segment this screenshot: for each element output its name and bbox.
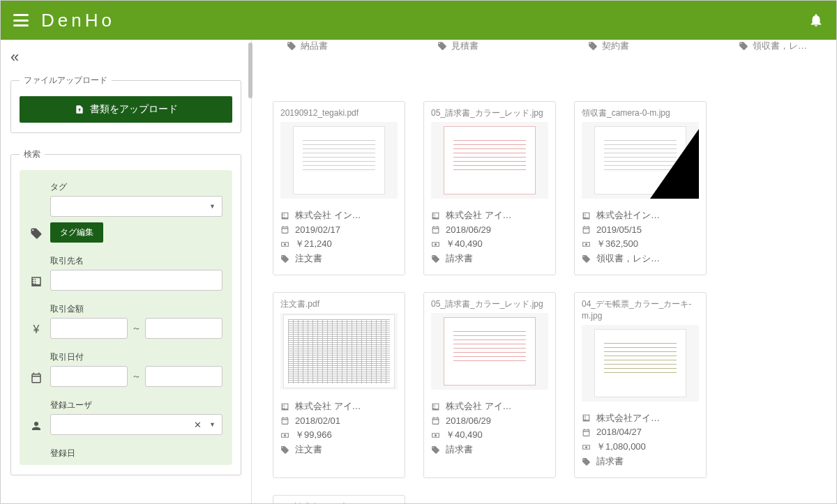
tag-edit-button[interactable]: タグ編集 — [50, 222, 103, 243]
strip-tag: 契約書 — [588, 40, 721, 52]
card-company: 株式会社 アイ… — [446, 208, 512, 223]
top-tag-strip: 納品書見積書契約書領収書，レ… — [273, 40, 822, 52]
card-tag: 請求書 — [446, 443, 473, 457]
card-meta: 株式会社アイ…2018/04/27￥1,080,000請求書 — [575, 407, 706, 478]
strip-tag: 領収書，レ… — [739, 40, 822, 52]
card-thumbnail — [280, 122, 398, 199]
card-filename: 01_請求書サンプル.jpg — [273, 496, 405, 503]
card-thumbnail — [431, 313, 548, 390]
card-amount: ￥1,080,000 — [596, 440, 646, 455]
upload-button[interactable]: 書類をアップロード — [20, 96, 232, 123]
tag-label: タグ — [50, 181, 223, 193]
card-meta: 株式会社 アイ…2018/06/29￥40,490請求書 — [424, 204, 555, 275]
menu-icon[interactable] — [13, 14, 29, 26]
search-legend: 検索 — [20, 148, 45, 160]
card-meta: 株式会社イン…2019/05/15￥362,500領収書，レシ… — [575, 204, 706, 275]
card-tag: 領収書，レシ… — [596, 252, 660, 266]
app-logo: DenHo — [41, 10, 115, 31]
card-tag: 請求書 — [596, 455, 624, 469]
upload-section: ファイルアップロード 書類をアップロード — [10, 75, 241, 133]
card-amount: ￥40,490 — [446, 237, 483, 252]
collapse-sidebar-button[interactable]: « — [10, 45, 241, 75]
tag-select[interactable] — [50, 196, 223, 217]
card-company: 株式会社アイ… — [596, 411, 660, 426]
card-filename: 領収書_camera-0-m.jpg — [575, 102, 706, 122]
date-from-input[interactable] — [50, 366, 128, 387]
range-separator: ～ — [132, 370, 141, 383]
person-icon — [29, 420, 43, 435]
card-thumbnail — [582, 325, 699, 402]
card-amount: ￥40,490 — [446, 428, 483, 443]
card-thumbnail — [431, 122, 548, 199]
file-upload-icon — [75, 104, 84, 115]
strip-tag: 見積書 — [437, 40, 570, 52]
card-meta: 株式会社 アイ…2018/06/29￥40,490請求書 — [424, 395, 555, 466]
document-card[interactable]: 20190912_tegaki.pdf株式会社 イン…2019/02/17￥21… — [273, 101, 405, 275]
card-date: 2018/06/29 — [446, 223, 491, 238]
card-company: 株式会社 アイ… — [295, 399, 361, 414]
card-amount: ￥99,966 — [295, 428, 332, 443]
card-meta: 株式会社 イン…2019/02/17￥21,240注文書 — [273, 204, 405, 275]
upload-button-label: 書類をアップロード — [90, 103, 178, 116]
main-content: 納品書見積書契約書領収書，レ… 20190912_tegaki.pdf株式会社 … — [252, 40, 836, 503]
calendar-icon — [29, 372, 43, 387]
card-date: 2019/05/15 — [596, 223, 642, 238]
clear-icon[interactable]: ✕ — [194, 420, 202, 430]
notifications-icon[interactable] — [808, 13, 824, 28]
sidebar: « ファイルアップロード 書類をアップロード 検索 タグ — [1, 40, 252, 503]
yen-icon: ¥ — [29, 323, 43, 339]
card-date: 2018/04/27 — [596, 425, 642, 440]
document-card[interactable]: 01_請求書サンプル.jpg株式会社 サン…2019/03/15￥281,880… — [273, 495, 405, 503]
document-card[interactable]: 05_請求書_カラー_レッド.jpg株式会社 アイ…2018/06/29￥40,… — [423, 101, 556, 275]
document-card[interactable]: 04_デモ帳票_カラー_カーキ-m.jpg株式会社アイ…2018/04/27￥1… — [574, 292, 707, 478]
regdate-label: 登録日 — [50, 448, 223, 459]
search-section: 検索 タグ タグ編集 — [10, 148, 241, 475]
amount-label: 取引金額 — [50, 303, 223, 315]
partner-label: 取引先名 — [50, 255, 223, 267]
document-grid: 20190912_tegaki.pdf株式会社 イン…2019/02/17￥21… — [273, 101, 822, 503]
card-date: 2018/06/29 — [446, 414, 491, 429]
document-card[interactable]: 注文書.pdf株式会社 アイ…2018/02/01￥99,966注文書 — [273, 292, 405, 478]
card-amount: ￥362,500 — [596, 237, 638, 252]
partner-input[interactable] — [50, 270, 223, 291]
card-tag: 注文書 — [295, 252, 322, 266]
card-filename: 注文書.pdf — [273, 293, 405, 313]
document-card[interactable]: 領収書_camera-0-m.jpg株式会社イン…2019/05/15￥362,… — [574, 101, 707, 275]
card-filename: 05_請求書_カラー_レッド.jpg — [424, 102, 555, 122]
company-icon — [29, 275, 43, 291]
card-filename: 20190912_tegaki.pdf — [273, 102, 405, 122]
card-filename: 04_デモ帳票_カラー_カーキ-m.jpg — [575, 293, 706, 325]
date-label: 取引日付 — [50, 351, 223, 363]
strip-tag: 納品書 — [287, 40, 419, 52]
card-meta: 株式会社 アイ…2018/02/01￥99,966注文書 — [273, 395, 405, 466]
card-company: 株式会社イン… — [596, 208, 660, 223]
card-tag: 請求書 — [446, 252, 473, 266]
card-company: 株式会社 アイ… — [446, 399, 512, 414]
card-date: 2019/02/17 — [295, 223, 340, 238]
date-to-input[interactable] — [145, 366, 223, 387]
card-amount: ￥21,240 — [295, 237, 332, 252]
range-separator: ～ — [132, 322, 141, 335]
app-header: DenHo — [1, 1, 836, 40]
upload-legend: ファイルアップロード — [20, 75, 112, 86]
card-date: 2018/02/01 — [295, 414, 340, 429]
tag-icon — [29, 227, 43, 243]
user-label: 登録ユーザ — [50, 399, 223, 411]
card-tag: 注文書 — [295, 443, 322, 457]
card-company: 株式会社 イン… — [295, 208, 361, 223]
amount-from-input[interactable] — [50, 318, 128, 339]
document-card[interactable]: 05_請求書_カラー_レッド.jpg株式会社 アイ…2018/06/29￥40,… — [423, 292, 556, 478]
card-thumbnail — [582, 122, 699, 199]
amount-to-input[interactable] — [145, 318, 223, 339]
card-thumbnail — [280, 313, 398, 390]
card-filename: 05_請求書_カラー_レッド.jpg — [424, 293, 555, 313]
